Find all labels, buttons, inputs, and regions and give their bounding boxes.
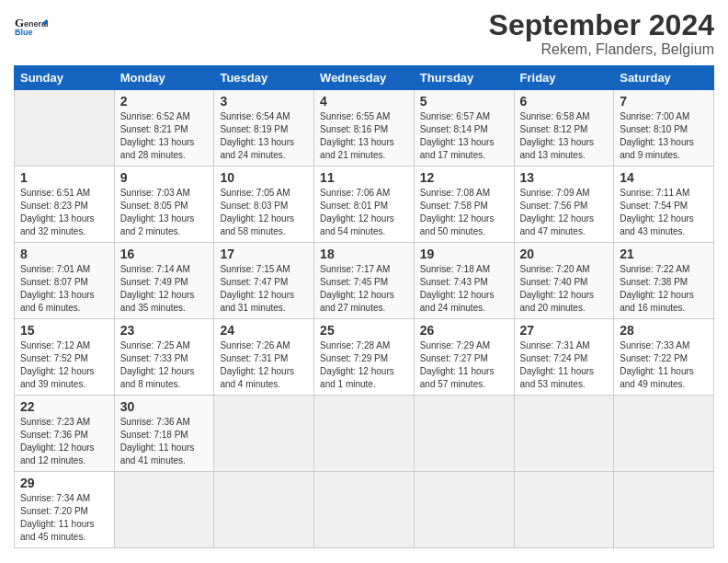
table-row: 21 Sunrise: 7:22 AM Sunset: 7:38 PM Dayl… [614, 243, 714, 319]
day-info: Sunrise: 7:20 AM Sunset: 7:40 PM Dayligh… [520, 263, 609, 315]
sunset: Sunset: 7:31 PM [220, 353, 288, 363]
day-info: Sunrise: 6:52 AM Sunset: 8:21 PM Dayligh… [120, 110, 209, 162]
calendar-row: 1 Sunrise: 6:51 AM Sunset: 8:23 PM Dayli… [15, 167, 714, 243]
table-row: 25 Sunrise: 7:28 AM Sunset: 7:29 PM Dayl… [314, 319, 415, 396]
sunrise: Sunrise: 6:55 AM [320, 111, 390, 121]
sunrise: Sunrise: 6:52 AM [120, 111, 190, 121]
day-number: 4 [320, 94, 408, 109]
daylight: Daylight: 11 hours and 45 minutes. [20, 519, 95, 542]
day-info: Sunrise: 7:06 AM Sunset: 8:01 PM Dayligh… [320, 187, 408, 238]
calendar-row: 29 Sunrise: 7:34 AM Sunset: 7:20 PM Dayl… [15, 472, 714, 548]
sunrise: Sunrise: 7:14 AM [120, 264, 190, 274]
sunset: Sunset: 8:19 PM [220, 124, 288, 134]
table-row [514, 396, 614, 472]
sunset: Sunset: 7:20 PM [20, 506, 88, 516]
day-info: Sunrise: 7:17 AM Sunset: 7:45 PM Dayligh… [320, 263, 408, 315]
table-row: 14 Sunrise: 7:11 AM Sunset: 7:54 PM Dayl… [614, 167, 714, 243]
daylight: Daylight: 12 hours and 54 minutes. [320, 213, 394, 236]
daylight: Daylight: 13 hours and 21 minutes. [320, 137, 394, 160]
col-tuesday: Tuesday [214, 66, 314, 90]
table-row: 30 Sunrise: 7:36 AM Sunset: 7:18 PM Dayl… [114, 396, 214, 472]
day-number: 17 [220, 247, 308, 261]
col-thursday: Thursday [414, 66, 514, 90]
daylight: Daylight: 12 hours and 1 minute. [320, 366, 394, 389]
day-number: 19 [420, 247, 508, 261]
table-row: 5 Sunrise: 6:57 AM Sunset: 8:14 PM Dayli… [414, 90, 514, 167]
day-number: 15 [20, 323, 108, 338]
table-row [114, 472, 214, 548]
col-saturday: Saturday [614, 66, 714, 90]
sunset: Sunset: 7:36 PM [20, 430, 88, 440]
table-row [214, 472, 314, 548]
day-number: 18 [320, 247, 408, 261]
table-row [514, 472, 614, 548]
sunset: Sunset: 7:40 PM [520, 277, 588, 287]
daylight: Daylight: 13 hours and 17 minutes. [420, 137, 495, 160]
day-info: Sunrise: 7:31 AM Sunset: 7:24 PM Dayligh… [520, 339, 609, 391]
table-row: 4 Sunrise: 6:55 AM Sunset: 8:16 PM Dayli… [314, 90, 415, 167]
sunrise: Sunrise: 7:25 AM [120, 340, 190, 350]
logo: G eneral Blue [14, 9, 64, 46]
sunrise: Sunrise: 7:01 AM [20, 264, 90, 274]
day-number: 20 [520, 247, 609, 261]
day-number: 9 [120, 170, 209, 185]
logo-svg: G eneral Blue [14, 9, 64, 46]
table-row [614, 396, 714, 472]
day-number: 16 [120, 247, 209, 261]
day-info: Sunrise: 7:28 AM Sunset: 7:29 PM Dayligh… [320, 339, 408, 391]
sunrise: Sunrise: 7:28 AM [320, 340, 390, 350]
sunset: Sunset: 7:45 PM [320, 277, 388, 287]
day-info: Sunrise: 7:22 AM Sunset: 7:38 PM Dayligh… [620, 263, 708, 315]
sunset: Sunset: 7:29 PM [320, 353, 388, 363]
sunrise: Sunrise: 7:26 AM [220, 340, 290, 350]
day-info: Sunrise: 7:05 AM Sunset: 8:03 PM Dayligh… [220, 187, 308, 238]
sunrise: Sunrise: 6:58 AM [520, 111, 590, 121]
day-info: Sunrise: 7:03 AM Sunset: 8:05 PM Dayligh… [120, 187, 209, 238]
daylight: Daylight: 12 hours and 24 minutes. [420, 290, 495, 313]
header: G eneral Blue September 2024 Rekem, Flan… [14, 9, 714, 58]
day-number: 13 [520, 170, 609, 185]
table-row: 6 Sunrise: 6:58 AM Sunset: 8:12 PM Dayli… [514, 90, 614, 167]
sunset: Sunset: 8:10 PM [620, 124, 688, 134]
day-info: Sunrise: 7:11 AM Sunset: 7:54 PM Dayligh… [620, 187, 708, 238]
sunset: Sunset: 7:56 PM [520, 201, 588, 211]
day-info: Sunrise: 7:29 AM Sunset: 7:27 PM Dayligh… [420, 339, 508, 391]
table-row: 10 Sunrise: 7:05 AM Sunset: 8:03 PM Dayl… [214, 167, 314, 243]
sunrise: Sunrise: 6:54 AM [220, 111, 290, 121]
daylight: Daylight: 12 hours and 12 minutes. [20, 442, 95, 465]
sunset: Sunset: 7:24 PM [520, 353, 588, 363]
daylight: Daylight: 12 hours and 31 minutes. [220, 290, 294, 313]
day-number: 14 [620, 170, 708, 185]
table-row: 26 Sunrise: 7:29 AM Sunset: 7:27 PM Dayl… [414, 319, 514, 396]
day-info: Sunrise: 7:14 AM Sunset: 7:49 PM Dayligh… [120, 263, 209, 315]
table-row [614, 472, 714, 548]
sunrise: Sunrise: 7:22 AM [620, 264, 689, 274]
daylight: Daylight: 11 hours and 53 minutes. [520, 366, 595, 389]
day-number: 24 [220, 323, 308, 338]
table-row: 9 Sunrise: 7:03 AM Sunset: 8:05 PM Dayli… [114, 167, 214, 243]
daylight: Daylight: 12 hours and 58 minutes. [220, 213, 294, 236]
table-row: 3 Sunrise: 6:54 AM Sunset: 8:19 PM Dayli… [214, 90, 314, 167]
table-row: 2 Sunrise: 6:52 AM Sunset: 8:21 PM Dayli… [114, 90, 214, 167]
sunset: Sunset: 7:18 PM [120, 430, 188, 440]
day-info: Sunrise: 6:58 AM Sunset: 8:12 PM Dayligh… [520, 110, 609, 162]
day-info: Sunrise: 7:08 AM Sunset: 7:58 PM Dayligh… [420, 187, 508, 238]
day-info: Sunrise: 7:36 AM Sunset: 7:18 PM Dayligh… [120, 416, 209, 467]
calendar-header-row: Sunday Monday Tuesday Wednesday Thursday… [15, 66, 714, 90]
table-row: 7 Sunrise: 7:00 AM Sunset: 8:10 PM Dayli… [614, 90, 714, 167]
table-row: 23 Sunrise: 7:25 AM Sunset: 7:33 PM Dayl… [114, 319, 214, 396]
daylight: Daylight: 13 hours and 6 minutes. [20, 290, 95, 313]
day-number: 10 [220, 170, 308, 185]
table-row: 13 Sunrise: 7:09 AM Sunset: 7:56 PM Dayl… [514, 167, 614, 243]
day-number: 22 [20, 399, 108, 414]
day-number: 28 [620, 323, 708, 338]
day-info: Sunrise: 6:57 AM Sunset: 8:14 PM Dayligh… [420, 110, 508, 162]
day-number: 3 [220, 94, 308, 109]
sunrise: Sunrise: 7:00 AM [620, 111, 689, 121]
sunset: Sunset: 7:22 PM [620, 353, 688, 363]
daylight: Daylight: 12 hours and 39 minutes. [20, 366, 95, 389]
table-row: 27 Sunrise: 7:31 AM Sunset: 7:24 PM Dayl… [514, 319, 614, 396]
day-info: Sunrise: 7:23 AM Sunset: 7:36 PM Dayligh… [20, 416, 108, 467]
sunrise: Sunrise: 7:08 AM [420, 188, 490, 198]
sunrise: Sunrise: 7:12 AM [20, 340, 90, 350]
